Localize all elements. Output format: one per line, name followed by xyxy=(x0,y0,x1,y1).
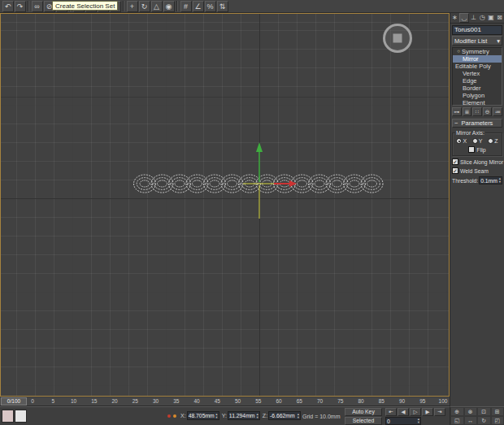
threshold-field[interactable]: 0.1mm ▴▾ xyxy=(479,176,502,184)
slice-along-mirror-row[interactable]: Slice Along Mirror xyxy=(452,158,502,165)
zoom-region-button[interactable]: ◱ xyxy=(450,416,464,425)
viewport[interactable] xyxy=(0,13,450,397)
spinner-arrows-icon[interactable]: ▴▾ xyxy=(257,413,259,418)
time-slider[interactable]: 0/100 xyxy=(1,397,27,405)
orbit-button[interactable]: ↻ xyxy=(477,416,491,425)
spinner-down-icon[interactable]: ▾ xyxy=(418,421,419,424)
selected-filter-button[interactable]: Selected xyxy=(345,417,382,425)
spinner-arrows-icon[interactable]: ▴▾ xyxy=(298,413,299,418)
viewport-nav-controls: ⊕⊛⊡⊞◱↔↻◰ xyxy=(450,406,504,425)
chain-link-wireframe xyxy=(329,178,345,190)
select-and-move-icon[interactable]: + xyxy=(127,1,138,12)
angle-snap-toggle-icon[interactable]: ∠ xyxy=(193,1,204,12)
select-and-scale-icon[interactable]: △ xyxy=(151,1,163,12)
zoom-button[interactable]: ⊕ xyxy=(450,407,464,416)
next-frame-button[interactable]: ▶ xyxy=(422,408,433,416)
tab-display[interactable]: ▣ xyxy=(487,13,496,23)
spinner-snap-toggle-icon[interactable]: ⇅ xyxy=(217,1,228,12)
make-unique-icon[interactable]: ∷ xyxy=(472,107,482,116)
modifier-stack-item[interactable]: ○Symmetry xyxy=(453,48,502,55)
weld-seam-row[interactable]: Weld Seam xyxy=(452,167,502,174)
configure-modifier-sets-icon[interactable]: ≔ xyxy=(493,107,502,116)
spinner-down-icon[interactable]: ▾ xyxy=(257,416,259,419)
chain-link-wireframe xyxy=(172,178,188,190)
pan-button[interactable]: ↔ xyxy=(464,416,478,425)
track-bar[interactable]: 0/100 0510152025303540455055606570758085… xyxy=(0,397,450,406)
spinner-arrows-icon[interactable]: ▴▾ xyxy=(499,177,501,183)
play-button[interactable]: ▷ xyxy=(410,408,421,416)
spinner-down-icon[interactable]: ▾ xyxy=(499,180,501,184)
coordinate-axis-label: X: xyxy=(180,413,186,418)
frame-tick-label: 70 xyxy=(317,398,323,404)
steering-wheel-center-icon xyxy=(393,34,402,43)
modifier-stack-item[interactable]: Mirror xyxy=(453,55,502,63)
axis-radio-x[interactable]: X xyxy=(456,138,467,144)
toolbar-separator xyxy=(28,1,29,11)
slice-along-mirror-checkbox[interactable] xyxy=(452,158,458,165)
use-pivot-point-center-icon[interactable]: ◉ xyxy=(163,1,175,12)
modifier-stack-item[interactable]: Editable Poly xyxy=(453,63,502,70)
spinner-arrows-icon[interactable]: ▴▾ xyxy=(418,418,419,423)
go-to-end-button[interactable]: ⇥ xyxy=(434,408,445,416)
pin-stack-icon[interactable]: ⊶ xyxy=(452,107,462,116)
select-and-link-icon[interactable]: ∞ xyxy=(32,1,43,12)
flip-checkbox[interactable] xyxy=(468,146,475,153)
modifier-list-dropdown[interactable]: Modifier List ▾ xyxy=(452,36,502,46)
redo-icon[interactable]: ↷ xyxy=(15,1,26,12)
selection-lock-indicator-icon[interactable] xyxy=(167,414,171,418)
undo-icon[interactable]: ↶ xyxy=(2,1,14,12)
maximize-viewport-toggle-button[interactable]: ◰ xyxy=(491,416,504,425)
parameters-rollout-header[interactable]: − Parameters xyxy=(452,119,502,128)
maxscript-mini-listener-macro[interactable] xyxy=(2,410,14,423)
modifier-stack-item[interactable]: Element xyxy=(453,99,502,106)
absolute-offset-indicator-icon[interactable] xyxy=(173,414,176,418)
go-to-start-button[interactable]: ⇤ xyxy=(385,408,397,416)
tab-hierarchy[interactable]: ⊥ xyxy=(469,13,478,23)
rollout-title: Parameters xyxy=(462,119,493,127)
flip-row[interactable]: Flip xyxy=(454,146,501,153)
spinner-arrows-icon[interactable]: ▴▾ xyxy=(215,413,217,418)
modifier-stack: ○SymmetryMirrorEditable PolyVertexEdgeBo… xyxy=(452,47,502,106)
percent-snap-toggle-icon[interactable]: % xyxy=(205,1,216,12)
frame-tick-label: 10 xyxy=(71,398,76,404)
spinner-down-icon[interactable]: ▾ xyxy=(215,416,217,419)
tab-motion[interactable]: ◷ xyxy=(478,13,487,23)
steering-wheel-icon[interactable] xyxy=(383,24,412,53)
viewport-overlay[interactable] xyxy=(1,14,449,396)
modifier-stack-item[interactable]: Polygon xyxy=(453,92,502,99)
chain-link-wireframe xyxy=(311,178,328,190)
coordinate-field[interactable]: -6.662mm▴▾ xyxy=(268,411,301,420)
modifier-stack-item[interactable]: Edge xyxy=(453,77,502,85)
axis-radio-y[interactable]: Y xyxy=(472,138,483,144)
zoom-all-button[interactable]: ⊛ xyxy=(464,407,478,416)
zoom-extents-button[interactable]: ⊡ xyxy=(477,407,491,416)
previous-frame-button[interactable]: ◀ xyxy=(398,408,409,416)
auto-key-button[interactable]: Auto Key xyxy=(345,408,382,416)
tab-modify[interactable]: ◡ xyxy=(459,13,470,23)
gizmo-x-arrowhead-icon xyxy=(289,180,297,187)
chain-link-wireframe xyxy=(315,180,324,187)
zoom-extents-all-button[interactable]: ⊞ xyxy=(491,407,504,416)
modifier-stack-item[interactable]: Border xyxy=(453,85,502,92)
chain-link-wireframe xyxy=(210,180,219,187)
spinner-down-icon[interactable]: ▾ xyxy=(298,416,299,419)
weld-seam-checkbox[interactable] xyxy=(452,167,458,174)
remove-modifier-icon[interactable]: ⊖ xyxy=(483,107,493,116)
modifier-label: Border xyxy=(463,85,481,92)
select-and-rotate-icon[interactable]: ↻ xyxy=(139,1,150,12)
tab-utilities[interactable]: ⊠ xyxy=(495,13,504,23)
mirror-axis-group-title: Mirror Axis: xyxy=(455,130,485,136)
modifier-label: Element xyxy=(463,99,485,106)
frame-tick-label: 0 xyxy=(31,398,34,404)
tab-create[interactable]: ∗ xyxy=(450,13,459,23)
modifier-stack-item[interactable]: Vertex xyxy=(453,70,502,77)
maxscript-mini-listener[interactable] xyxy=(15,410,27,423)
axis-radio-z[interactable]: Z xyxy=(488,138,497,144)
coordinate-field[interactable]: 11.294mm▴▾ xyxy=(228,411,260,420)
coordinate-field[interactable]: 48.705mm▴▾ xyxy=(187,411,219,420)
current-frame-value: 0 xyxy=(387,418,390,424)
current-frame-field[interactable]: 0 ▴▾ xyxy=(385,417,421,425)
show-end-result-icon[interactable]: ≣ xyxy=(463,107,472,116)
snaps-toggle-icon[interactable]: # xyxy=(180,1,192,12)
object-name-field[interactable]: Torus001 xyxy=(452,25,502,35)
